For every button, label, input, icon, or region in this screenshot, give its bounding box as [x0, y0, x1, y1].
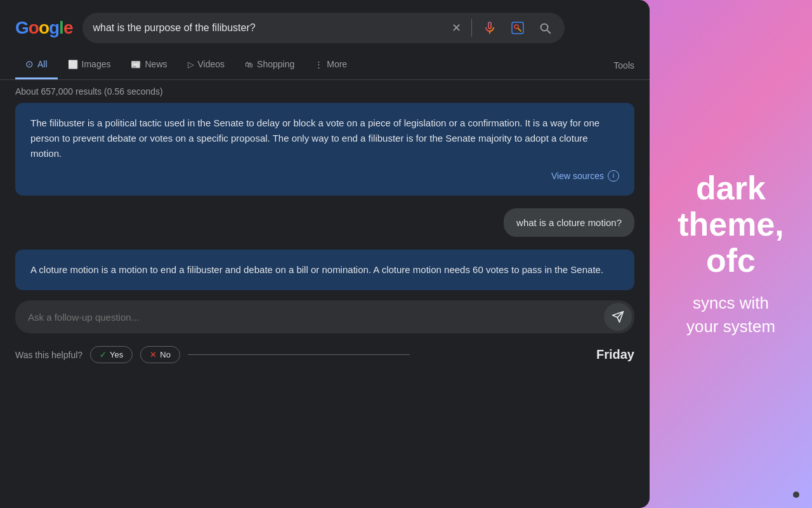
- ai-answer-2: A cloture motion is a motion to end a fi…: [15, 250, 634, 290]
- send-button[interactable]: [604, 303, 632, 331]
- no-x-icon: ✕: [150, 350, 157, 359]
- main-content: The filibuster is a political tactic use…: [0, 103, 650, 508]
- search-submit-button[interactable]: [535, 18, 554, 37]
- user-bubble: what is a cloture motion?: [504, 208, 634, 237]
- yes-button[interactable]: ✓ Yes: [90, 346, 133, 363]
- helpful-label: Was this helpful?: [15, 350, 82, 360]
- right-title-line3: ofc: [678, 243, 784, 279]
- tab-all-label: All: [37, 59, 48, 69]
- tab-shopping-label: Shopping: [257, 59, 294, 69]
- google-logo: Google: [15, 18, 72, 38]
- no-button[interactable]: ✕ No: [140, 346, 180, 363]
- clear-button[interactable]: ✕: [449, 18, 464, 37]
- friday-logo: Friday: [596, 347, 634, 362]
- mic-icon: [482, 20, 497, 36]
- search-bar: ✕: [82, 13, 565, 43]
- tab-news[interactable]: 📰 News: [121, 51, 177, 79]
- tools-button[interactable]: Tools: [613, 53, 634, 78]
- right-title-line1: dark: [678, 170, 784, 206]
- tab-images[interactable]: ⬜ Images: [58, 51, 121, 79]
- tab-news-label: News: [145, 59, 167, 69]
- ai-answer-1-text: The filibuster is a political tactic use…: [30, 117, 599, 159]
- news-icon: 📰: [131, 60, 141, 69]
- slider-line: [188, 354, 410, 355]
- send-icon: [612, 311, 624, 323]
- info-icon: i: [608, 170, 619, 182]
- tab-images-label: Images: [82, 59, 111, 69]
- all-icon: ⊙: [25, 58, 34, 70]
- svg-point-1: [514, 25, 518, 29]
- followup-input[interactable]: [28, 312, 599, 323]
- tab-shopping[interactable]: 🛍 Shopping: [235, 51, 304, 79]
- right-title-line2: theme,: [678, 206, 784, 243]
- tab-all[interactable]: ⊙ All: [15, 51, 58, 79]
- yes-check-icon: ✓: [100, 350, 107, 359]
- more-icon: ⋮: [315, 60, 323, 69]
- right-title: dark theme, ofc: [678, 170, 784, 279]
- shopping-icon: 🛍: [245, 60, 253, 69]
- lens-icon: [510, 20, 525, 36]
- ai-answer-1: The filibuster is a political tactic use…: [15, 103, 634, 196]
- ai-answer-2-text: A cloture motion is a motion to end a fi…: [30, 264, 603, 275]
- tab-more[interactable]: ⋮ More: [304, 51, 357, 79]
- mic-button[interactable]: [480, 18, 500, 38]
- tab-videos[interactable]: ▷ Videos: [178, 51, 235, 79]
- right-panel: dark theme, ofc syncs with your system: [650, 0, 812, 508]
- results-count: About 657,000 results (0.56 seconds): [0, 80, 650, 103]
- lens-button[interactable]: [508, 18, 528, 38]
- images-icon: ⬜: [68, 60, 78, 69]
- clear-icon: ✕: [452, 21, 461, 35]
- tab-videos-label: Videos: [198, 59, 225, 69]
- right-subtitle: syncs with your system: [675, 291, 787, 338]
- no-label: No: [160, 350, 171, 359]
- user-bubble-wrapper: what is a cloture motion?: [15, 206, 634, 239]
- followup-area: [15, 300, 634, 333]
- tab-more-label: More: [327, 59, 347, 69]
- videos-icon: ▷: [188, 60, 194, 69]
- svg-line-2: [518, 29, 521, 31]
- google-panel: Google ✕: [0, 0, 650, 508]
- search-submit-icon: [538, 21, 552, 35]
- yes-label: Yes: [110, 350, 123, 359]
- helpful-row: Was this helpful? ✓ Yes ✕ No Friday: [15, 344, 634, 366]
- user-question-text: what is a cloture motion?: [516, 217, 622, 228]
- view-sources-button[interactable]: View sources i: [30, 169, 619, 183]
- search-input[interactable]: [93, 22, 442, 34]
- view-sources-label: View sources: [551, 169, 604, 183]
- header: Google ✕: [0, 0, 650, 51]
- nav-tabs: ⊙ All ⬜ Images 📰 News ▷ Videos 🛍 Shoppin…: [0, 51, 650, 80]
- divider: [471, 19, 472, 37]
